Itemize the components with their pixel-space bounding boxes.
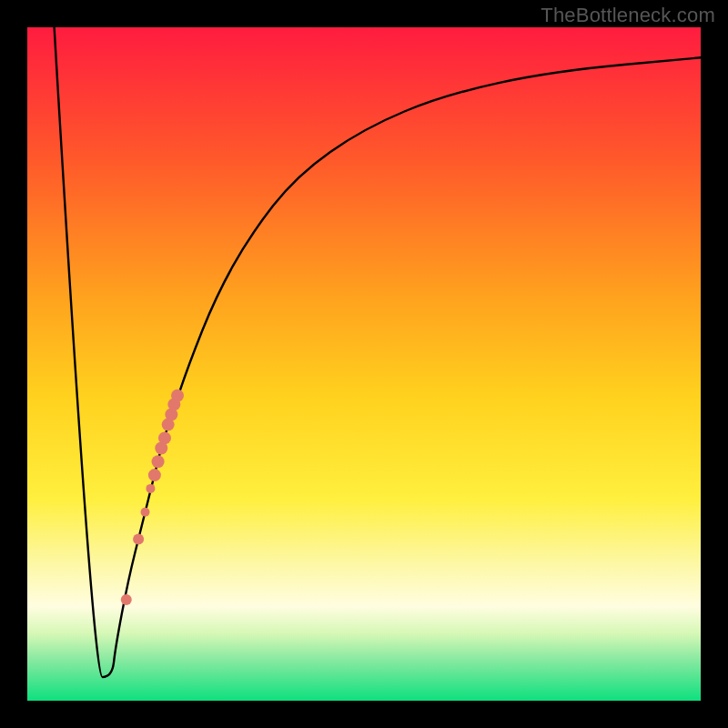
data-point — [121, 594, 132, 605]
bottleneck-chart — [0, 0, 728, 728]
data-point — [133, 533, 144, 544]
data-point — [148, 469, 161, 481]
data-point — [158, 431, 171, 444]
data-point — [171, 389, 184, 402]
data-point — [146, 484, 155, 493]
chart-root: TheBottleneck.com — [0, 0, 728, 728]
data-point — [141, 508, 150, 517]
data-point — [152, 455, 165, 468]
